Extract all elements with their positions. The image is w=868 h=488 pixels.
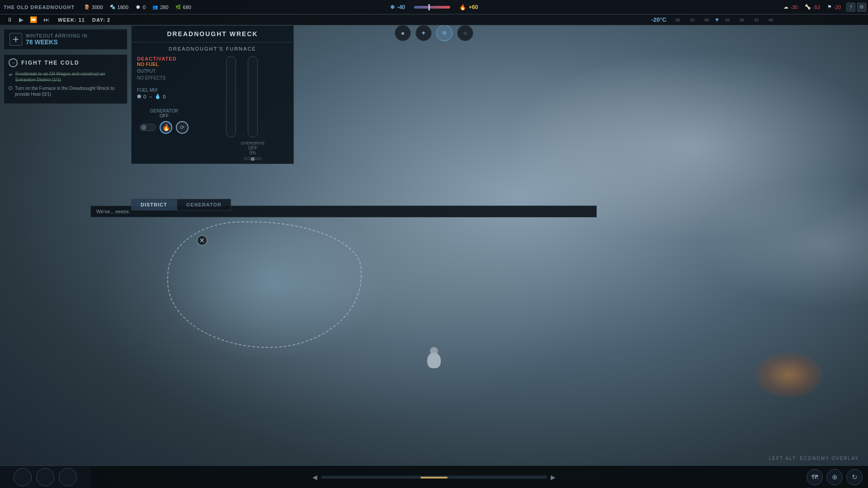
tab-generator[interactable]: GENERATOR: [177, 199, 231, 211]
whiteout-info: WHITEOUT ARRIVING IN 78 WEEKS: [26, 33, 88, 46]
generator-off: OFF: [137, 113, 191, 118]
generator-section: GENERATOR OFF 🔥 ⟳: [137, 108, 191, 134]
fastest-button[interactable]: ⏭: [42, 16, 51, 23]
steel-icon: 🔩: [109, 4, 116, 10]
help-button[interactable]: ?: [846, 3, 855, 12]
tab-district[interactable]: DISTRICT: [131, 199, 177, 211]
gauge-track-2: [248, 56, 258, 137]
coal-value: 0: [143, 5, 146, 10]
coal-icon: ⬟: [135, 4, 141, 10]
top-right-stats: ☁ -30 🦴 -53 ⚑ -20: [783, 4, 841, 10]
play-button[interactable]: ▶: [18, 16, 25, 23]
bottom-right-icons: 🗺 ⊕ ↻: [778, 469, 868, 485]
objective-check-icon: ✓: [9, 71, 13, 83]
fire-glow: [755, 352, 823, 398]
status-deactivated: DEACTIVATED: [137, 56, 191, 61]
fuel-mix-label: FUEL MIX: [137, 88, 191, 93]
oil-fuel-icon: 💧: [155, 94, 161, 99]
temp-tick-1: 20: [671, 18, 684, 22]
map-button-1[interactable]: ●: [395, 25, 411, 41]
wood-value: 3000: [92, 5, 103, 10]
furnace-title: DREADNOUGHT'S FURNACE: [137, 46, 288, 52]
time-controls: ⏸ ▶ ⏩ ⏭ WEEK: 11 DAY: 2: [5, 16, 110, 23]
whiteout-icon: [9, 33, 22, 46]
character-body: [427, 352, 441, 368]
resource-item-people: 👥 280: [152, 4, 168, 10]
sickness-icon: ☁: [783, 4, 788, 10]
close-selection-button[interactable]: ✕: [197, 235, 208, 246]
second-bar: ⏸ ▶ ⏩ ⏭ WEEK: 11 DAY: 2 -20°C 20 10 30 ▼…: [0, 14, 868, 25]
hunger-icon: 🦴: [805, 4, 811, 10]
economy-overlay-hint: LEFT ALT: ECONOMY OVERLAY: [769, 456, 859, 461]
temp-arrow-icon: ▼: [714, 17, 720, 23]
scroll-left-arrow[interactable]: ◀: [309, 474, 321, 481]
food-icon: 🌿: [175, 4, 181, 10]
temp-tick-5: 30: [735, 18, 749, 22]
flame-button[interactable]: 🔥: [160, 121, 172, 134]
furnace-left-panel: DEACTIVATED NO FUEL OUTPUT NO EFFECTS FU…: [137, 56, 191, 160]
target-button[interactable]: ⊕: [826, 469, 843, 485]
objective-item-2: Turn on the Furnace in the Dreadnought W…: [9, 85, 123, 97]
cold-temp-badge: ❄ -40: [390, 4, 405, 10]
map-button-2[interactable]: ✦: [415, 25, 432, 41]
fuel-mix-values: ⬟ 0 → 💧 0: [137, 94, 191, 99]
wood-icon: 🪵: [84, 4, 90, 10]
map-overview-button[interactable]: 🗺: [807, 469, 823, 485]
generator-toggle[interactable]: [140, 124, 156, 131]
objective-circle-icon: [9, 86, 12, 90]
generator-label: GENERATOR: [137, 108, 191, 113]
notification-text: We've... eeeze.: [96, 209, 130, 214]
resource-item-coal: ⬟ 0: [135, 4, 146, 10]
furnace-section: DREADNOUGHT'S FURNACE DEACTIVATED NO FUE…: [132, 42, 293, 164]
discontent-icon: ⚑: [827, 4, 832, 10]
minimap-area: [0, 466, 90, 488]
resource-item-food: 🌿 680: [175, 4, 191, 10]
discontent-value: -20: [834, 5, 841, 10]
objective-item-1: ✓ Frostbreak to an Oil Wagon and constru…: [9, 71, 123, 83]
pause-button[interactable]: ⏸: [5, 16, 14, 23]
temp-tick-7: 40: [764, 18, 778, 22]
fuel-coal-value: 0: [143, 94, 146, 99]
temperature-center: ❄ -40 🔥 +60: [390, 4, 478, 10]
warm-temp-value: +60: [469, 4, 478, 10]
steel-value: 1800: [118, 5, 128, 10]
rotate-button[interactable]: ↻: [846, 469, 863, 485]
left-panel: WHITEOUT ARRIVING IN 78 WEEKS ○ FIGHT TH…: [0, 25, 131, 108]
coal-fuel-icon: ⬟: [137, 94, 142, 99]
minimap-circle-3: [59, 468, 77, 486]
scroll-right-arrow[interactable]: ▶: [547, 474, 559, 481]
overdrive-section: OVERDRIVE OFF 0%: [241, 141, 265, 160]
temp-tick-2: 10: [685, 18, 699, 22]
sickness-value: -30: [790, 5, 797, 10]
overdrive-slider[interactable]: [244, 157, 262, 160]
fight-cold-header: ○ FIGHT THE COLD: [9, 58, 123, 67]
overdrive-label: OVERDRIVE: [241, 141, 265, 145]
resource-item-steel: 🔩 1800: [109, 4, 128, 10]
no-effects: NO EFFECTS: [137, 75, 191, 80]
hunger-stat: 🦴 -53: [805, 4, 820, 10]
game-title: THE OLD DREADNOUGHT: [4, 5, 75, 10]
status-no-fuel: NO FUEL: [137, 61, 191, 67]
week-label: WEEK: 11: [58, 17, 85, 23]
fuel-oil-value: 0: [163, 94, 165, 99]
fast-forward-button[interactable]: ⏩: [28, 16, 38, 23]
settings-button[interactable]: ⚙: [857, 3, 866, 12]
toggle-thumb: [141, 125, 146, 130]
dreadnought-panel-title: DREADNOUGHT WRECK: [132, 26, 293, 42]
gauge-marker-3: [257, 104, 258, 105]
gauge-column-1: [222, 56, 240, 160]
cold-temp-value: -40: [397, 4, 405, 10]
map-button-4[interactable]: ○: [457, 25, 473, 41]
temp-tick-4: 10: [721, 18, 734, 22]
dreadnought-panel: DREADNOUGHT WRECK DREADNOUGHT'S FURNACE …: [131, 25, 294, 164]
bottom-bar: ◀ ▶ 🗺 ⊕ ↻: [0, 465, 868, 488]
fuel-arrow: →: [148, 94, 153, 99]
character-head: [430, 347, 438, 355]
dial-button[interactable]: ⟳: [176, 121, 189, 134]
map-button-snowflake[interactable]: ❄: [436, 25, 453, 41]
whiteout-weeks: 78 WEEKS: [26, 38, 88, 46]
scroll-bar[interactable]: [321, 476, 547, 479]
food-value: 680: [183, 5, 191, 10]
temp-tick-6: 10: [750, 18, 763, 22]
sickness-stat: ☁ -30: [783, 4, 797, 10]
